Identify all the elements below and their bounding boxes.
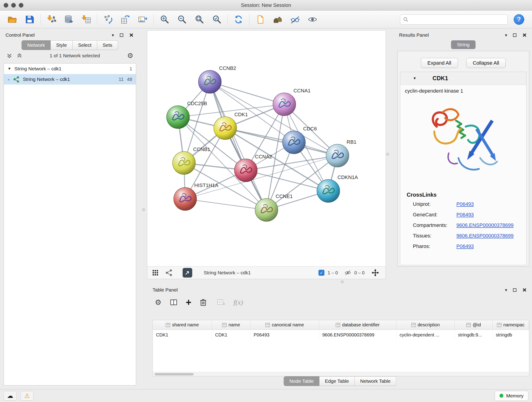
crosslink-tissues[interactable]: 9606.ENSP00000378699 <box>456 233 514 239</box>
column-header[interactable]: description <box>396 320 455 330</box>
zoom-fit-button[interactable] <box>192 12 206 27</box>
tab-select[interactable]: Select <box>73 40 97 50</box>
splitter-handle[interactable] <box>142 208 145 211</box>
cloud-status-button[interactable]: ☁ <box>4 391 17 401</box>
network-edge[interactable] <box>225 128 337 156</box>
selection-checkbox[interactable]: ✓ <box>318 270 324 276</box>
network-node-hist1h1a[interactable]: HIST1H1A <box>174 182 218 211</box>
network-canvas[interactable]: CCNB2CCNA1CDC25BCDK1CDC6RB1CCNB1CCNA2CDK… <box>147 31 386 266</box>
import-network-file-button[interactable] <box>44 12 58 27</box>
entry-expander-icon[interactable]: ▼ <box>413 76 417 80</box>
network-overview-button[interactable] <box>271 12 285 27</box>
share-network-button[interactable] <box>165 269 173 277</box>
zoom-out-button[interactable] <box>175 12 189 27</box>
network-view-panel: CCNB2CCNA1CDC25BCDK1CDC6RB1CCNB1CCNA2CDK… <box>147 30 386 279</box>
tab-network-table[interactable]: Network Table <box>355 376 396 386</box>
zoom-in-button[interactable] <box>157 12 172 27</box>
crosslink-row: GeneCard: P06493 <box>400 210 526 220</box>
network-edge[interactable] <box>185 199 266 210</box>
minimize-window-button[interactable] <box>11 3 16 7</box>
network-collection-row[interactable]: ▼ String Network – cdk1 1 <box>4 64 136 74</box>
crosslink-pharos[interactable]: P06493 <box>456 243 474 249</box>
import-network-database-button[interactable] <box>62 12 76 27</box>
export-image-button[interactable] <box>136 12 150 27</box>
collapse-all-icon[interactable] <box>6 53 12 59</box>
crosslink-genecard[interactable]: P06493 <box>456 212 474 218</box>
tab-node-table[interactable]: Node Table <box>284 376 319 386</box>
network-node-ccnb2[interactable]: CCNB2 <box>198 65 236 93</box>
panel-float-icon[interactable] <box>513 33 516 37</box>
open-session-button[interactable] <box>5 12 19 27</box>
column-header[interactable]: namespac <box>493 320 529 330</box>
warnings-button[interactable]: ⚠ <box>21 391 33 401</box>
expand-all-button[interactable]: Expand All <box>421 58 458 68</box>
column-header[interactable]: canonical name <box>250 320 319 330</box>
help-button[interactable]: ? <box>514 14 524 25</box>
clone-network-button[interactable] <box>118 12 133 27</box>
network-node-cdkn1a[interactable]: CDKN1A <box>317 174 358 202</box>
network-node-cdk1[interactable]: CDK1 <box>214 112 248 140</box>
scrollbar-thumb[interactable] <box>155 373 194 375</box>
column-header[interactable]: shared name <box>153 320 212 330</box>
panel-menu-icon[interactable]: ▾ <box>112 32 114 38</box>
tab-network[interactable]: Network <box>22 40 51 50</box>
crosslink-compartments[interactable]: 9606.ENSP00000378699 <box>456 222 514 228</box>
save-session-button[interactable] <box>22 12 37 27</box>
panel-float-icon[interactable] <box>513 288 516 292</box>
panel-close-icon[interactable]: × <box>129 32 133 38</box>
panel-close-icon[interactable]: × <box>522 287 526 293</box>
zoom-selected-button[interactable] <box>210 12 224 27</box>
delete-column-button[interactable] <box>200 298 207 306</box>
hide-graphics-details-button[interactable] <box>288 12 302 27</box>
network-edge[interactable] <box>185 156 337 199</box>
network-node-ccnb1[interactable]: CCNB1 <box>172 147 210 174</box>
tab-string[interactable]: String <box>451 40 476 49</box>
panel-menu-icon[interactable]: ▾ <box>505 32 507 38</box>
fit-content-button[interactable] <box>371 269 379 277</box>
paste-document-button[interactable] <box>253 12 267 27</box>
tab-sets[interactable]: Sets <box>97 40 118 50</box>
network-row-selected[interactable]: ● String Network – cdk1 11 48 <box>4 74 136 85</box>
add-column-button[interactable]: + <box>186 298 191 307</box>
zoom-window-button[interactable] <box>19 3 23 7</box>
column-header[interactable]: name <box>212 320 250 330</box>
network-edge[interactable] <box>210 82 266 210</box>
column-header[interactable]: @id <box>455 320 493 330</box>
panel-close-icon[interactable]: × <box>522 32 526 38</box>
table-panel: Table Panel ▾ × ⚙ + f(x) shared name <box>149 285 531 388</box>
tab-style[interactable]: Style <box>51 40 73 50</box>
network-node-rb1[interactable]: RB1 <box>326 139 356 167</box>
clear-table-button[interactable] <box>217 299 225 306</box>
column-visibility-button[interactable] <box>170 298 177 306</box>
gear-icon[interactable]: ⚙ <box>127 52 133 59</box>
horizontal-scrollbar[interactable] <box>153 372 529 376</box>
cell-name: CDK1 <box>212 330 250 340</box>
splitter-handle[interactable] <box>341 281 344 283</box>
tab-edge-table[interactable]: Edge Table <box>319 376 355 386</box>
splitter-handle[interactable] <box>386 153 389 156</box>
table-settings-button[interactable]: ⚙ <box>155 298 162 307</box>
column-header[interactable]: database identifier <box>319 320 396 330</box>
show-graphics-details-button[interactable] <box>305 12 320 27</box>
network-node-ccna1[interactable]: CCNA1 <box>273 88 311 116</box>
new-network-from-selection-button[interactable] <box>101 12 115 27</box>
network-edge[interactable] <box>210 82 284 104</box>
tree-expander-icon[interactable]: ▼ <box>7 67 11 71</box>
collapse-all-button[interactable]: Collapse All <box>466 58 506 68</box>
memory-button[interactable]: Memory <box>495 391 528 401</box>
import-table-button[interactable] <box>79 12 93 27</box>
collection-label: String Network – cdk1 <box>14 66 61 71</box>
table-row[interactable]: CDK1 CDK1 P06493 9606.ENSP00000378699 cy… <box>153 330 529 340</box>
refresh-view-button[interactable] <box>231 12 246 27</box>
search-input[interactable] <box>410 17 505 22</box>
gene-entry-header[interactable]: ▼ CDK1 <box>400 72 526 85</box>
results-panel-header: Results Panel ▾ × <box>396 30 531 40</box>
open-in-browser-button[interactable] <box>183 268 192 278</box>
panel-float-icon[interactable] <box>120 33 123 37</box>
function-builder-button[interactable]: f(x) <box>234 298 243 306</box>
panel-menu-icon[interactable]: ▾ <box>505 287 507 293</box>
birdseye-view-button[interactable] <box>152 269 159 277</box>
expand-all-icon[interactable] <box>17 53 22 59</box>
crosslink-uniprot[interactable]: P06493 <box>456 201 474 207</box>
close-window-button[interactable] <box>4 3 8 7</box>
